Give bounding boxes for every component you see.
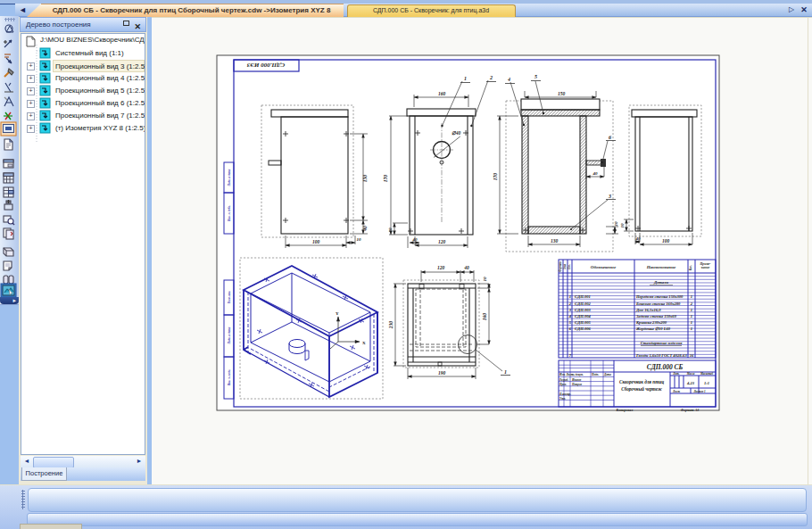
svg-text:6: 6 (609, 135, 611, 140)
svg-text:Формат А3: Формат А3 (681, 408, 700, 412)
svg-text:10: 10 (483, 277, 487, 282)
svg-text:5: 5 (534, 74, 537, 79)
svg-text:10: 10 (614, 221, 618, 227)
svg-text:40: 40 (362, 226, 368, 232)
svg-text:130: 130 (551, 238, 559, 244)
svg-text:150: 150 (558, 91, 566, 96)
svg-text:160: 160 (482, 313, 487, 321)
svg-text:Масштаб: Масштаб (700, 372, 714, 376)
svg-text:4: 4 (507, 77, 510, 82)
svg-text:10: 10 (357, 237, 362, 242)
svg-text:Инв. № дубл.: Инв. № дубл. (228, 205, 231, 222)
svg-text:СДП.001: СДП.001 (575, 294, 591, 299)
svg-text:Гвозди 1,6х50 ГОСТ 4028-63: Гвозди 1,6х50 ГОСТ 4028-63 (635, 353, 687, 358)
svg-text:2: 2 (489, 75, 493, 80)
svg-text:1: 1 (691, 314, 692, 318)
svg-text:№ докум.: № докум. (572, 373, 584, 376)
svg-text:3: 3 (608, 194, 611, 199)
svg-text:Лист: Лист (672, 390, 680, 393)
svg-text:Наименование: Наименование (646, 265, 676, 269)
svg-text:16: 16 (690, 353, 694, 358)
svg-text:Инв. № подл.: Инв. № подл. (228, 369, 231, 387)
svg-text:∅40: ∅40 (452, 130, 461, 136)
svg-text:Иванов: Иванов (571, 378, 582, 382)
svg-text:120: 120 (438, 239, 446, 244)
svg-text:чание: чание (701, 266, 710, 269)
svg-text:40: 40 (635, 236, 642, 241)
svg-text:Обозначение: Обозначение (591, 265, 617, 269)
svg-text:100: 100 (312, 239, 320, 244)
svg-text:Подп. и дата: Подп. и дата (228, 326, 231, 344)
svg-text:120: 120 (437, 265, 445, 270)
svg-text:Масса: Масса (686, 372, 695, 376)
svg-text:40: 40 (412, 237, 418, 242)
svg-text:СДП.004: СДП.004 (575, 314, 592, 318)
svg-text:1: 1 (691, 308, 692, 312)
svg-text:150: 150 (362, 175, 368, 183)
svg-text:СДП.005: СДП.005 (575, 320, 592, 325)
svg-text:Сборочный чертеж: Сборочный чертеж (621, 386, 662, 392)
svg-text:160: 160 (438, 91, 446, 96)
svg-text:1:1: 1:1 (704, 381, 709, 385)
svg-text:190: 190 (438, 370, 446, 376)
svg-text:Жердочка ∅10 L60: Жердочка ∅10 L60 (635, 326, 671, 331)
svg-text:1: 1 (569, 294, 571, 299)
svg-text:1: 1 (691, 294, 692, 299)
svg-text:Боковая стенка 160х280: Боковая стенка 160х280 (635, 302, 681, 306)
svg-text:Н.контр.: Н.контр. (559, 393, 571, 396)
svg-text:Петров: Петров (571, 383, 583, 386)
svg-text:170: 170 (383, 175, 388, 183)
svg-text:X: X (362, 341, 366, 345)
svg-text:Подп. и дата: Подп. и дата (228, 169, 231, 186)
svg-text:Копировал: Копировал (616, 408, 634, 412)
svg-text:Скворечник для птиц: Скворечник для птиц (619, 379, 664, 384)
svg-text:4,23: 4,23 (686, 381, 695, 385)
svg-text:Кол.: Кол. (689, 265, 692, 272)
svg-text:Пров.: Пров. (559, 383, 567, 386)
svg-text:Подп.: Подп. (591, 373, 599, 376)
svg-text:1: 1 (691, 326, 692, 331)
svg-text:40: 40 (463, 265, 469, 270)
svg-text:Листов 1: Листов 1 (692, 390, 706, 393)
svg-text:Утв.: Утв. (559, 397, 566, 401)
svg-text:1: 1 (464, 76, 467, 81)
svg-text:Задняя стенка 150х60: Задняя стенка 150х60 (635, 314, 677, 318)
svg-text:1: 1 (691, 320, 692, 325)
svg-text:100: 100 (662, 238, 670, 244)
svg-text:Y: Y (336, 311, 339, 316)
svg-text:Дно 16,5х16,0: Дно 16,5х16,0 (635, 308, 661, 312)
svg-text:СДП.000 СБ: СДП.000 СБ (647, 363, 684, 371)
svg-text:10: 10 (388, 227, 393, 233)
svg-text:1: 1 (504, 369, 507, 375)
svg-text:170: 170 (493, 173, 498, 181)
svg-text:СДП.000 ИЭЗ: СДП.000 ИЭЗ (246, 62, 285, 69)
svg-text:Лит.: Лит. (672, 372, 679, 376)
svg-text:СДП.006: СДП.006 (575, 326, 592, 331)
svg-text:Крышка 230х200: Крышка 230х200 (635, 320, 667, 325)
svg-text:Взам. инв.: Взам. инв. (228, 291, 231, 305)
svg-text:Зона: Зона (563, 263, 567, 270)
svg-text:Стандартные изделия: Стандартные изделия (641, 341, 683, 345)
svg-text:10: 10 (620, 223, 625, 228)
svg-text:40: 40 (592, 171, 599, 176)
svg-text:СДП.002: СДП.002 (575, 302, 592, 306)
svg-text:Передняя стенка 150х300: Передняя стенка 150х300 (635, 294, 684, 299)
svg-text:Дата: Дата (603, 373, 611, 376)
svg-text:Формат: Формат (559, 261, 562, 272)
svg-text:Разраб.: Разраб. (559, 378, 568, 382)
svg-text:Детали: Детали (653, 280, 668, 285)
svg-text:СДП.003: СДП.003 (575, 308, 592, 312)
svg-text:Поз.: Поз. (568, 264, 571, 270)
svg-text:230: 230 (388, 321, 394, 330)
